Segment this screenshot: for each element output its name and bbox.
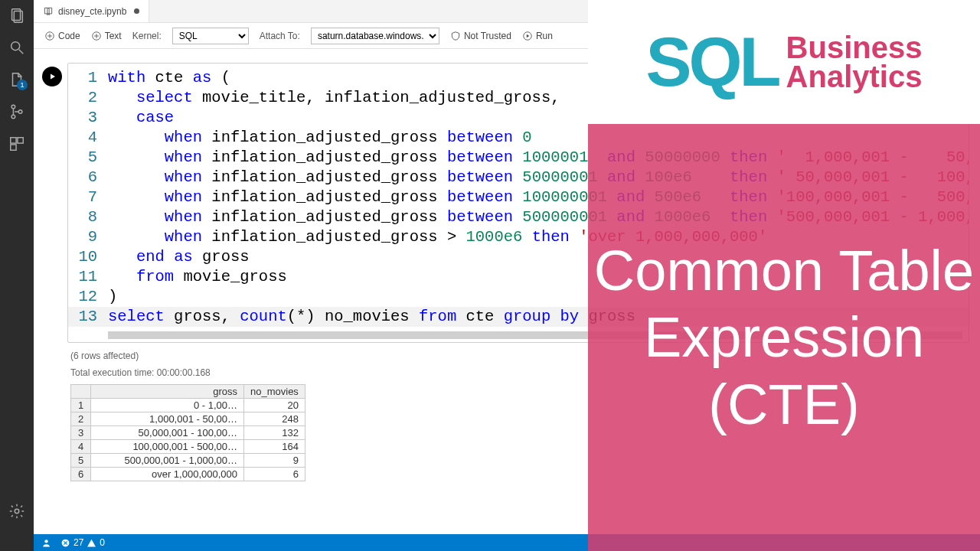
attach-label: Attach To: <box>260 31 300 41</box>
svg-line-3 <box>19 50 24 54</box>
run-button[interactable]: Run <box>522 31 553 41</box>
code-editor[interactable]: 1with cte as (2 select movie_title, infl… <box>68 64 969 331</box>
result-table: grossno_movies10 - 1,00…2021,000,001 - 5… <box>70 384 305 481</box>
play-icon <box>47 72 57 81</box>
plus-circle-icon <box>91 31 102 41</box>
horizontal-scrollbar[interactable] <box>108 331 962 339</box>
explorer-icon[interactable] <box>8 6 26 24</box>
tab-filename: disney_cte.ipynb <box>58 6 126 17</box>
tab-disney-cte[interactable]: disney_cte.ipynb <box>34 0 149 22</box>
add-text-button[interactable]: Text <box>91 31 122 41</box>
rows-affected: (6 rows affected) <box>70 350 969 361</box>
not-trusted-button[interactable]: Not Trusted <box>450 31 511 41</box>
problems-indicator[interactable]: 27 0 <box>60 537 105 548</box>
settings-icon[interactable] <box>8 502 26 520</box>
play-circle-icon <box>522 31 533 41</box>
svg-rect-8 <box>18 138 23 143</box>
svg-point-2 <box>11 42 20 51</box>
svg-point-5 <box>11 115 15 119</box>
run-cell-button[interactable] <box>42 67 62 86</box>
add-code-button[interactable]: Code <box>44 31 80 41</box>
kernel-select[interactable]: SQL <box>172 28 249 44</box>
svg-point-6 <box>18 110 22 114</box>
shield-icon <box>450 31 461 41</box>
search-icon[interactable] <box>8 38 26 57</box>
kernel-label: Kernel: <box>132 31 162 41</box>
file-icon[interactable]: 1 <box>8 70 26 89</box>
svg-point-10 <box>15 509 19 514</box>
activity-bar: 1 <box>0 0 34 551</box>
svg-rect-9 <box>11 145 16 150</box>
execution-time: Total execution time: 00:00:00.168 <box>70 367 969 378</box>
account-icon[interactable] <box>41 538 51 548</box>
warning-icon <box>87 538 96 548</box>
svg-rect-7 <box>11 138 16 143</box>
error-icon <box>60 538 70 548</box>
notebook-icon <box>43 6 54 17</box>
svg-point-4 <box>11 105 15 109</box>
code-cell[interactable]: 1with cte as (2 select movie_title, infl… <box>67 63 969 343</box>
status-bar: 27 0 <box>34 534 980 551</box>
editor-tabbar: disney_cte.ipynb <box>34 0 980 23</box>
notebook-area: 1with cte as (2 select movie_title, infl… <box>34 49 980 551</box>
attach-select[interactable]: saturn.database.windows.ne <box>311 28 439 44</box>
svg-point-14 <box>44 540 47 543</box>
output-area: (6 rows affected) Total execution time: … <box>44 343 969 481</box>
file-badge: 1 <box>17 80 28 90</box>
tab-dirty-indicator <box>134 8 139 14</box>
source-control-icon[interactable] <box>8 103 26 121</box>
notebook-toolbar: Code Text Kernel: SQL Attach To: saturn.… <box>34 23 980 49</box>
extensions-icon[interactable] <box>8 135 26 153</box>
plus-circle-icon <box>44 31 55 41</box>
